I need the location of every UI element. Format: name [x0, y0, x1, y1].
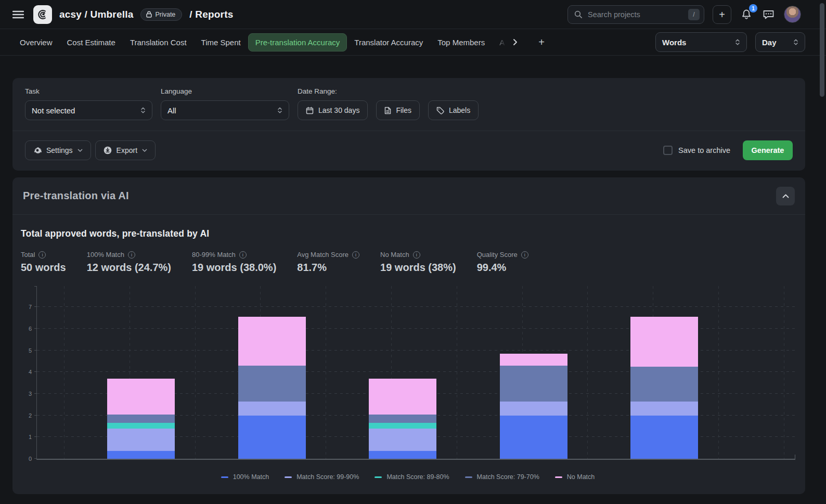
- create-project-button[interactable]: +: [713, 5, 731, 24]
- panel-title: Pre-translation via AI: [23, 190, 129, 202]
- bar-segment-match-score-79-70[interactable]: [107, 415, 175, 423]
- bar-segment-no-match[interactable]: [107, 379, 175, 415]
- bar-segment-match-score-79-70[interactable]: [630, 367, 698, 402]
- user-avatar[interactable]: [784, 6, 801, 23]
- period-select[interactable]: Day: [755, 32, 805, 52]
- stat-label-text: Total: [21, 251, 35, 259]
- legend-item-match-score-79-70[interactable]: Match Score: 79-70%: [465, 473, 539, 481]
- legend-item-match-score-89-80[interactable]: Match Score: 89-80%: [375, 473, 449, 481]
- legend-item-100-match[interactable]: 100% Match: [221, 473, 269, 481]
- tab-translation-cost[interactable]: Translation Cost: [123, 33, 194, 51]
- stat-value: 19 words (38%): [380, 262, 456, 274]
- date-range-button[interactable]: Last 30 days: [298, 100, 368, 120]
- task-select[interactable]: Not selected: [25, 100, 152, 120]
- info-icon[interactable]: i: [239, 251, 247, 259]
- stat-quality-score: Quality Scorei99.4%: [477, 251, 528, 274]
- chevron-up-icon: [782, 194, 789, 198]
- stat-value: 19 words (38.0%): [192, 262, 276, 274]
- notifications-button[interactable]: 1: [740, 7, 753, 21]
- gear-icon: [33, 146, 42, 154]
- stat-80-99-match: 80-99% Matchi19 words (38.0%): [192, 251, 276, 274]
- files-button[interactable]: Files: [376, 100, 420, 120]
- bar-segment-match-score-79-70[interactable]: [238, 366, 306, 402]
- info-icon[interactable]: i: [38, 251, 46, 259]
- select-arrows-icon: [735, 38, 740, 46]
- language-select[interactable]: All: [161, 100, 289, 120]
- info-icon[interactable]: i: [521, 251, 528, 259]
- report-panel-header: Pre-translation via AI: [12, 177, 805, 215]
- report-panel-body: Total approved words, pre-translated by …: [12, 215, 805, 481]
- tabs-overflow-button[interactable]: [508, 35, 523, 49]
- y-tick-label: 0: [29, 456, 32, 462]
- labels-button[interactable]: Labels: [428, 100, 479, 120]
- bar-segment-100-match[interactable]: [107, 451, 175, 459]
- tab-time-spent[interactable]: Time Spent: [194, 33, 248, 51]
- select-arrows-icon: [140, 107, 146, 114]
- bar-segment-match-score-89-80[interactable]: [107, 423, 175, 428]
- bar-segment-match-score-99-90[interactable]: [238, 402, 306, 416]
- bar-segment-match-score-89-80[interactable]: [369, 423, 436, 428]
- x-gridline: [326, 286, 326, 459]
- bar-segment-no-match[interactable]: [238, 317, 306, 366]
- stat-label-text: No Match: [380, 251, 409, 259]
- stat-label-text: Quality Score: [477, 251, 518, 259]
- date-range-buttons: Last 30 days Files: [298, 100, 479, 120]
- app-logo[interactable]: [33, 5, 52, 24]
- x-gridline: [718, 286, 719, 459]
- tab-a[interactable]: A: [492, 33, 508, 51]
- settings-button[interactable]: Settings: [25, 140, 91, 160]
- search-input[interactable]: Search projects /: [567, 5, 704, 24]
- caret-down-icon: [78, 149, 83, 152]
- page-scrollbar[interactable]: [819, 0, 826, 504]
- scrollbar-thumb[interactable]: [820, 3, 824, 97]
- stats-row: Totali50 words100% Matchi12 words (24.7%…: [21, 251, 795, 274]
- bar-segment-match-score-99-90[interactable]: [630, 402, 698, 416]
- legend-dash: [555, 476, 562, 478]
- bar-segment-no-match[interactable]: [369, 379, 436, 415]
- tab-translator-accuracy[interactable]: Translator Accuracy: [347, 33, 430, 51]
- stat-label: 80-99% Matchi: [192, 251, 276, 259]
- bar-segment-100-match[interactable]: [369, 451, 436, 459]
- bar-segment-match-score-99-90[interactable]: [107, 429, 175, 451]
- bar-segment-match-score-99-90[interactable]: [369, 429, 436, 451]
- info-icon[interactable]: i: [413, 251, 420, 259]
- bar-segment-100-match[interactable]: [630, 416, 698, 459]
- privacy-badge-label: Private: [155, 11, 175, 18]
- menu-icon[interactable]: [10, 8, 26, 21]
- tab-top-members[interactable]: Top Members: [430, 33, 492, 51]
- chat-icon: [763, 9, 775, 20]
- export-button[interactable]: Export: [95, 140, 156, 160]
- search-shortcut-badge: /: [688, 9, 700, 20]
- calendar-icon: [306, 107, 314, 114]
- bar-segment-100-match[interactable]: [238, 416, 306, 459]
- stat-value: 50 words: [21, 262, 66, 274]
- lock-icon: [146, 11, 152, 18]
- generate-button[interactable]: Generate: [743, 140, 793, 160]
- tab-overview[interactable]: Overview: [12, 33, 60, 51]
- y-tick-mark: [34, 458, 37, 459]
- tab-cost-estimate[interactable]: Cost Estimate: [60, 33, 123, 51]
- bar-segment-100-match[interactable]: [500, 416, 567, 459]
- info-icon[interactable]: i: [352, 251, 359, 259]
- info-icon[interactable]: i: [128, 251, 135, 259]
- save-to-archive-checkbox[interactable]: Save to archive: [663, 146, 730, 155]
- settings-button-label: Settings: [46, 146, 73, 154]
- bar-segment-match-score-79-70[interactable]: [500, 366, 567, 402]
- checkbox-box[interactable]: [663, 146, 673, 155]
- bar-segment-match-score-79-70[interactable]: [369, 415, 436, 423]
- messages-button[interactable]: [762, 8, 776, 21]
- tab-pre-translation-accuracy[interactable]: Pre-translation Accuracy: [248, 33, 347, 51]
- add-report-tab-button[interactable]: +: [533, 33, 550, 51]
- chart-plot-area: 01234567: [36, 286, 795, 460]
- bar-segment-no-match[interactable]: [630, 317, 698, 367]
- unit-select[interactable]: Words: [655, 32, 747, 52]
- breadcrumb-project[interactable]: acsy / Umbrella: [59, 9, 133, 20]
- bar-segment-no-match[interactable]: [500, 354, 567, 366]
- filter-panel-divider: [12, 131, 805, 131]
- legend-item-no-match[interactable]: No Match: [555, 473, 595, 481]
- bar-segment-match-score-99-90[interactable]: [500, 402, 567, 416]
- stat-value: 81.7%: [297, 262, 359, 274]
- y-tick-label: 3: [29, 391, 32, 397]
- collapse-panel-button[interactable]: [776, 187, 795, 205]
- legend-item-match-score-99-90[interactable]: Match Score: 99-90%: [285, 473, 359, 481]
